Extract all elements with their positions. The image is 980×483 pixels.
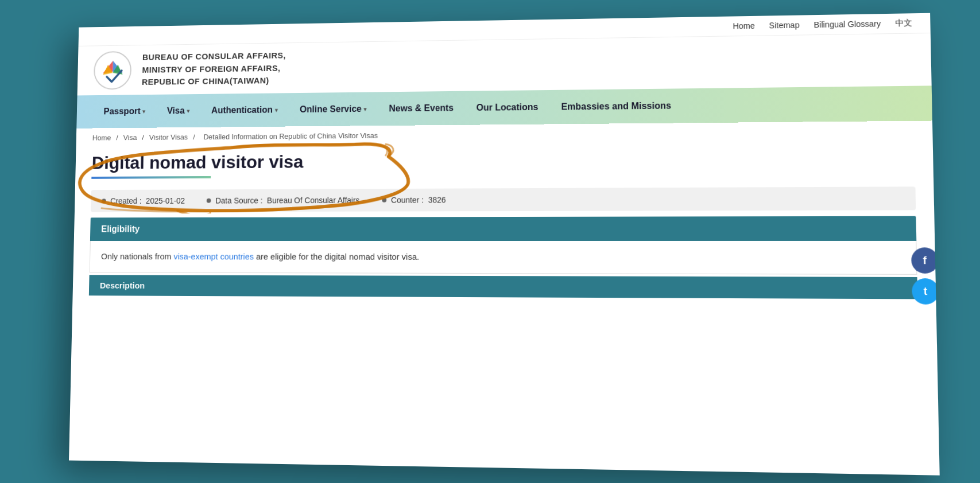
visa-arrow: ▾ — [187, 108, 189, 114]
nav-online-service[interactable]: Online Service ▾ — [288, 92, 378, 126]
nav-visa[interactable]: Visa ▾ — [156, 94, 200, 128]
data-source-label: Data Source : — [215, 196, 262, 205]
dot-datasource — [206, 198, 211, 203]
eligibility-text-before: Only nationals from — [100, 251, 173, 261]
visa-exempt-link[interactable]: visa-exempt countries — [173, 252, 254, 262]
logo — [93, 51, 131, 90]
created-info: Created : 2025-01-02 — [102, 196, 185, 205]
online-service-arrow: ▾ — [363, 106, 366, 112]
description-header: Description — [88, 275, 917, 299]
main-content: Digital nomad visitor visa Created : 202… — [72, 141, 936, 311]
eligibility-header: Eligibility — [90, 216, 916, 241]
nav-authentication[interactable]: Authentication ▾ — [200, 93, 289, 127]
eligibility-text-after: are eligible for the digital nomad visit… — [253, 252, 419, 262]
facebook-button[interactable]: f — [911, 247, 938, 274]
eligibility-content: Only nationals from visa-exempt countrie… — [89, 241, 917, 275]
glossary-link[interactable]: Bilingual Glossary — [814, 19, 881, 29]
nav-our-locations[interactable]: Our Locations — [464, 90, 549, 125]
meta-bar: Created : 2025-01-02 Data Source : Burea… — [91, 186, 916, 212]
page-title: Digital nomad visitor visa — [91, 151, 303, 173]
data-source-value: Bureau Of Consular Affairs — [266, 196, 359, 205]
breadcrumb-current: Detailed Information on Republic of Chin… — [203, 131, 378, 141]
home-link[interactable]: Home — [733, 21, 755, 31]
dot-counter — [382, 198, 386, 202]
language-toggle[interactable]: 中文 — [895, 18, 912, 29]
nav-embassies[interactable]: Embassies and Missions — [549, 88, 683, 124]
facebook-icon: f — [923, 254, 927, 267]
logo-svg — [97, 55, 127, 85]
breadcrumb-home[interactable]: Home — [92, 134, 111, 142]
created-label: Created : — [110, 196, 142, 205]
nav-passport[interactable]: Passport ▾ — [92, 95, 156, 128]
created-date: 2025-01-02 — [145, 196, 184, 205]
breadcrumb-visa[interactable]: Visa — [123, 133, 137, 142]
page-title-area: Digital nomad visitor visa — [91, 147, 915, 185]
twitter-icon: t — [923, 285, 927, 298]
data-source-info: Data Source : Bureau Of Consular Affairs — [206, 196, 359, 205]
title-underline — [91, 176, 211, 179]
twitter-button[interactable]: t — [911, 278, 939, 305]
passport-arrow: ▾ — [142, 108, 145, 115]
social-buttons: f t — [911, 247, 939, 305]
org-name: BUREAU OF CONSULAR AFFAIRS, MINISTRY OF … — [141, 49, 285, 88]
counter-label: Counter : — [391, 196, 424, 205]
sitemap-link[interactable]: Sitemap — [769, 21, 799, 30]
page-wrapper: Home Sitemap Bilingual Glossary 中文 BUREA… — [69, 13, 940, 476]
dot-created — [102, 198, 106, 203]
counter-value: 3826 — [428, 196, 446, 205]
counter-info: Counter : 3826 — [382, 196, 446, 205]
breadcrumb-visitor-visas[interactable]: Visitor Visas — [149, 133, 187, 142]
auth-arrow: ▾ — [274, 107, 277, 113]
nav-news-events[interactable]: News & Events — [377, 91, 464, 126]
